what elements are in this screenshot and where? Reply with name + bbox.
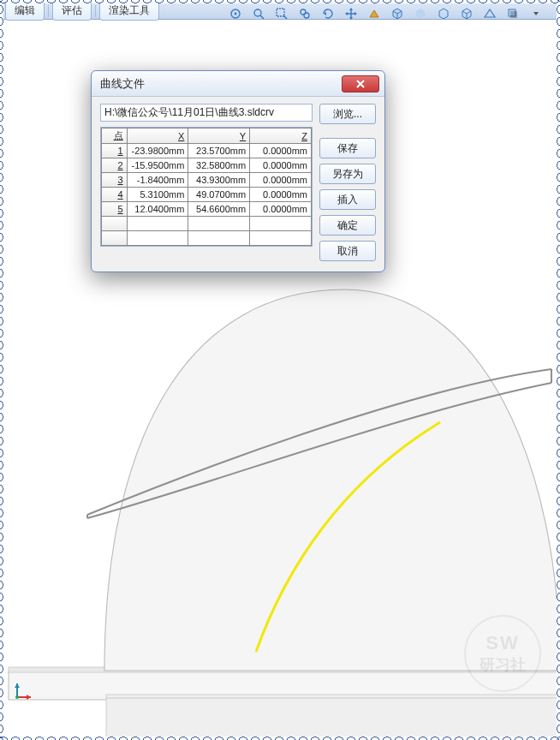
dialog-titlebar[interactable]: 曲线文件 [92,71,384,97]
ribbon-separator [95,5,96,17]
table-row[interactable]: 1 -23.9800mm 23.5700mm 0.0000mm [102,144,312,158]
svg-marker-24 [15,683,20,688]
insert-button[interactable]: 插入 [319,189,376,210]
ok-button[interactable]: 确定 [319,215,376,236]
view-orientation-icon[interactable] [226,4,244,22]
coordinates-table[interactable]: 点 X Y Z 1 -23.9800mm 23.5700mm 0 [101,128,312,246]
view-toolbar [226,4,545,22]
table-body: 1 -23.9800mm 23.5700mm 0.0000mm 2 -15.95… [102,144,312,246]
coordinates-table-wrap: 点 X Y Z 1 -23.9800mm 23.5700mm 0 [100,127,313,247]
zoom-area-icon[interactable] [272,4,290,22]
col-z[interactable]: Z [250,128,312,144]
svg-point-7 [304,13,309,18]
shaded-edges-icon[interactable] [388,4,406,22]
table-row[interactable]: 2 -15.9500mm 32.5800mm 0.0000mm [102,158,312,173]
section-icon[interactable] [365,4,383,22]
table-row[interactable]: 5 12.0400mm 54.6600mm 0.0000mm [102,202,312,217]
svg-point-2 [254,9,261,16]
svg-marker-16 [533,12,539,15]
col-point[interactable]: 点 [102,128,128,144]
svg-rect-15 [510,11,517,18]
svg-line-3 [260,15,264,19]
zoom-dynamic-icon[interactable] [295,4,313,22]
browse-button[interactable]: 浏览... [319,104,376,124]
svg-point-25 [15,695,19,699]
svg-marker-13 [370,10,378,17]
svg-marker-11 [345,12,348,15]
hidden-removed-icon[interactable] [434,4,452,22]
save-button[interactable]: 保存 [319,138,376,158]
svg-marker-9 [349,8,353,10]
origin-marker [14,680,34,701]
rotate-icon[interactable] [319,4,337,22]
file-path-input[interactable] [100,104,313,122]
svg-marker-12 [354,12,357,15]
shadow-icon[interactable] [503,4,521,22]
tab-edit[interactable]: 编辑 [5,3,45,21]
table-row-empty[interactable] [102,217,312,231]
dialog-title: 曲线文件 [100,76,342,92]
table-row[interactable]: 4 5.3100mm 49.0700mm 0.0000mm [102,188,312,202]
svg-rect-19 [106,695,557,737]
svg-point-1 [234,12,236,15]
shaded-icon[interactable] [411,4,429,22]
svg-marker-10 [349,17,353,20]
svg-marker-22 [27,695,31,700]
wireframe-icon[interactable] [457,4,475,22]
table-row[interactable]: 3 -1.8400mm 43.9300mm 0.0000mm [102,173,312,188]
col-x[interactable]: X [127,128,188,144]
cancel-button[interactable]: 取消 [319,241,376,261]
pan-icon[interactable] [342,4,360,22]
svg-rect-4 [277,9,284,16]
close-button[interactable] [342,75,379,92]
saveas-button[interactable]: 另存为 [319,164,376,184]
zoom-fit-icon[interactable] [249,4,267,22]
col-y[interactable]: Y [188,128,250,144]
table-row-empty[interactable] [102,231,312,246]
tab-render-tools[interactable]: 渲染工具 [99,3,159,21]
curve-file-dialog[interactable]: 曲线文件 点 X Y [91,70,385,272]
dropdown-icon[interactable] [527,4,545,22]
tab-evaluate[interactable]: 评估 [52,3,92,21]
perspective-icon[interactable] [480,4,498,22]
ribbon-separator [48,5,49,17]
close-icon [355,79,366,89]
svg-line-5 [283,15,287,19]
